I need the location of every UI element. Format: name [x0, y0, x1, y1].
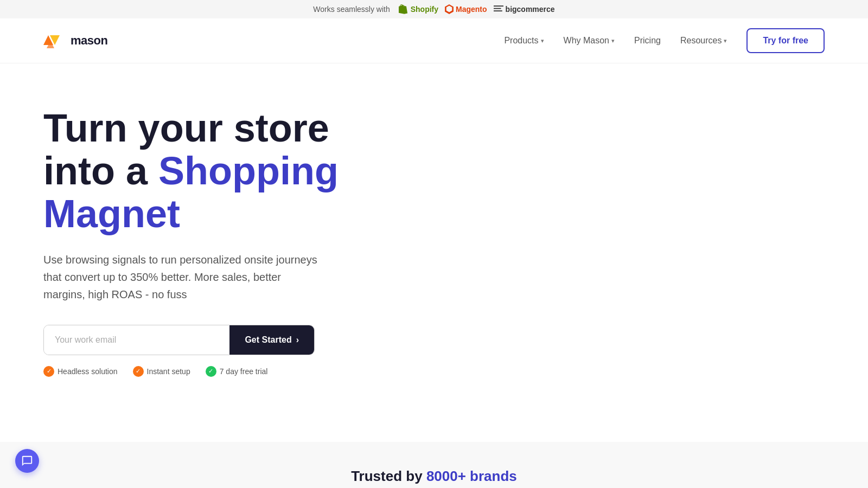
feature-trial: ✓ 7 day free trial	[206, 366, 268, 377]
nav-pricing[interactable]: Pricing	[634, 36, 661, 46]
nav-products[interactable]: Products ▾	[504, 36, 544, 46]
feature-label-3: 7 day free trial	[220, 367, 268, 376]
feature-label-1: Headless solution	[58, 367, 118, 376]
nav-why-mason[interactable]: Why Mason ▾	[564, 36, 615, 46]
top-banner: Works seamlessly with Shopify Magento bi…	[0, 0, 868, 18]
email-form: Get Started ›	[43, 325, 315, 355]
svg-rect-1	[494, 8, 501, 9]
feature-label-2: Instant setup	[147, 367, 190, 376]
arrow-icon: ›	[296, 335, 299, 345]
logo-text: mason	[71, 34, 107, 48]
feature-instant: ✓ Instant setup	[133, 366, 190, 377]
chat-icon	[21, 455, 33, 467]
hero-section: Turn your store into a ShoppingMagnet Us…	[0, 63, 434, 409]
partner-logos: Shopify Magento bigcommerce	[399, 4, 555, 14]
get-started-button[interactable]: Get Started ›	[229, 325, 314, 355]
check-icon-2: ✓	[133, 366, 144, 377]
hero-subtitle: Use browsing signals to run personalized…	[43, 251, 326, 303]
shopify-logo: Shopify	[399, 4, 438, 14]
resources-chevron: ▾	[724, 37, 727, 44]
trusted-prefix: Trusted by	[351, 468, 426, 484]
why-mason-chevron: ▾	[611, 37, 615, 44]
trusted-title: Trusted by 8000+ brands	[0, 468, 868, 485]
logo-icon	[43, 32, 66, 49]
banner-text: Works seamlessly with	[313, 5, 390, 14]
feature-headless: ✓ Headless solution	[43, 366, 118, 377]
try-for-free-button[interactable]: Try for free	[746, 28, 825, 53]
hero-title-line2: into a	[43, 149, 158, 192]
logo[interactable]: mason	[43, 32, 107, 49]
trusted-section: Trusted by 8000+ brands health PLiX SKEC…	[0, 442, 868, 488]
check-icon-1: ✓	[43, 366, 54, 377]
email-input[interactable]	[44, 325, 229, 355]
svg-rect-0	[494, 5, 503, 7]
navbar: mason Products ▾ Why Mason ▾ Pricing Res…	[0, 18, 868, 63]
chat-button[interactable]	[15, 449, 39, 473]
hero-title: Turn your store into a ShoppingMagnet	[43, 107, 391, 236]
bigcommerce-logo: bigcommerce	[494, 5, 555, 14]
svg-rect-2	[494, 10, 502, 11]
check-icon-3: ✓	[206, 366, 216, 377]
magento-logo: Magento	[445, 4, 487, 14]
hero-title-line1: Turn your store	[43, 106, 329, 150]
products-chevron: ▾	[541, 37, 544, 44]
nav-resources[interactable]: Resources ▾	[680, 36, 727, 46]
nav-links: Products ▾ Why Mason ▾ Pricing Resources…	[504, 28, 825, 53]
trusted-highlight: 8000+ brands	[426, 468, 517, 484]
features-row: ✓ Headless solution ✓ Instant setup ✓ 7 …	[43, 366, 391, 377]
